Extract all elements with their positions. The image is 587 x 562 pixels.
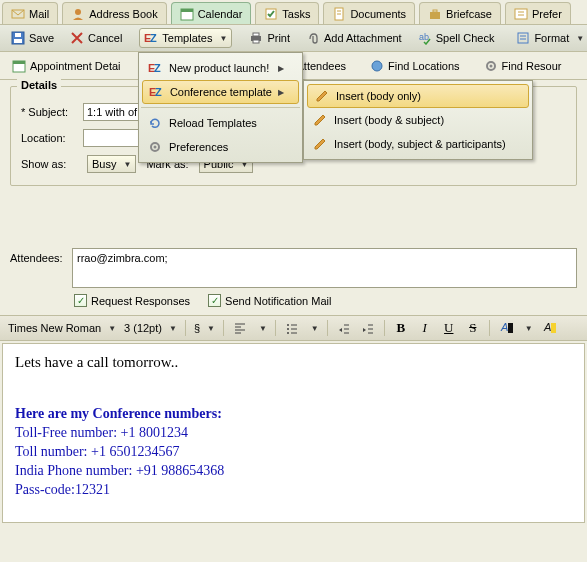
menu-label: New product launch! xyxy=(169,62,269,74)
attendees-input[interactable]: rrao@zimbra.com; xyxy=(72,248,577,288)
subject-label: * Subject: xyxy=(21,106,77,118)
bold-icon[interactable]: B xyxy=(393,320,409,336)
save-button[interactable]: Save xyxy=(6,28,59,48)
chevron-down-icon[interactable]: ▼ xyxy=(311,324,319,333)
appointment-icon xyxy=(12,59,26,73)
font-select[interactable]: Times New Roman ▼ xyxy=(8,322,116,334)
showas-select[interactable]: Busy ▼ xyxy=(87,155,136,173)
svg-rect-26 xyxy=(13,61,25,64)
tab-label: Briefcase xyxy=(446,8,492,20)
tab-find-resources[interactable]: Find Resour xyxy=(478,57,568,75)
svg-text:A: A xyxy=(500,321,508,333)
bullet-list-icon[interactable] xyxy=(284,320,300,336)
checkbox-row: ✓ Request Responses ✓ Send Notification … xyxy=(0,290,587,315)
outdent-icon[interactable] xyxy=(336,320,352,336)
select-value: Busy xyxy=(92,158,116,170)
menu-item-new-product-launch[interactable]: EZ New product launch! xyxy=(139,56,302,80)
menu-item-preferences[interactable]: Preferences xyxy=(139,135,302,159)
editor-body[interactable]: Lets have a call tomorrow.. Here are my … xyxy=(2,343,585,523)
chevron-down-icon[interactable]: ▼ xyxy=(525,324,533,333)
send-notification-checkbox[interactable]: ✓ Send Notification Mail xyxy=(208,294,331,307)
request-responses-checkbox[interactable]: ✓ Request Responses xyxy=(74,294,190,307)
menu-separator xyxy=(141,107,300,108)
print-button[interactable]: Print xyxy=(244,28,295,48)
italic-icon[interactable]: I xyxy=(417,320,433,336)
conf-line: India Phone number: +91 988654368 xyxy=(15,463,224,478)
format-button[interactable]: Format ▼ xyxy=(511,28,587,48)
svg-rect-15 xyxy=(15,33,21,37)
menu-label: Insert (body only) xyxy=(336,90,421,102)
preferences-icon xyxy=(514,7,528,21)
tab-address-book[interactable]: Address Book xyxy=(62,2,166,24)
tab-tasks[interactable]: Tasks xyxy=(255,2,319,24)
attendees-section: Attendees: rrao@zimbra.com; xyxy=(0,242,587,290)
size-select[interactable]: 3 (12pt) ▼ xyxy=(124,322,177,334)
check-icon: ✓ xyxy=(208,294,221,307)
checkbox-label: Request Responses xyxy=(91,295,190,307)
showas-label: Show as: xyxy=(21,158,77,170)
ez-icon: EZ xyxy=(144,31,158,45)
attachment-button[interactable]: Add Attachment xyxy=(301,28,407,48)
svg-rect-48 xyxy=(508,323,513,333)
separator xyxy=(223,320,224,336)
tab-label: Prefer xyxy=(532,8,562,20)
svg-rect-8 xyxy=(430,12,440,19)
person-icon xyxy=(71,7,85,21)
tab-find-locations[interactable]: Find Locations xyxy=(364,57,466,75)
templates-button[interactable]: EZ Templates ▼ xyxy=(139,28,232,48)
menu-item-conference-template[interactable]: EZ Conference template xyxy=(142,80,299,104)
svg-point-37 xyxy=(287,328,289,330)
tab-calendar[interactable]: Calendar xyxy=(171,2,252,24)
separator xyxy=(384,320,385,336)
highlight-icon[interactable]: A xyxy=(541,320,557,336)
tab-mail[interactable]: Mail xyxy=(2,2,58,24)
ez-icon: EZ xyxy=(149,84,164,100)
gear-icon xyxy=(484,59,498,73)
svg-point-1 xyxy=(75,9,81,15)
menu-label: Insert (body, subject & participants) xyxy=(334,138,506,150)
menu-item-insert-body[interactable]: Insert (body only) xyxy=(307,84,529,108)
tab-label: Find Resour xyxy=(502,60,562,72)
print-icon xyxy=(249,31,263,45)
svg-rect-20 xyxy=(253,40,259,43)
tab-documents[interactable]: Documents xyxy=(323,2,415,24)
tab-appointment-details[interactable]: Appointment Detai xyxy=(6,57,127,75)
strike-icon[interactable]: S xyxy=(465,320,481,336)
button-label: Spell Check xyxy=(436,32,495,44)
ez-icon: EZ xyxy=(147,60,163,76)
spellcheck-button[interactable]: ab Spell Check xyxy=(413,28,500,48)
chevron-down-icon[interactable]: ▼ xyxy=(259,324,267,333)
indent-icon[interactable] xyxy=(360,320,376,336)
format-icon xyxy=(516,31,530,45)
separator xyxy=(185,320,186,336)
chevron-down-icon: ▼ xyxy=(123,160,131,169)
button-label: Format xyxy=(534,32,569,44)
menu-item-reload-templates[interactable]: Reload Templates xyxy=(139,111,302,135)
font-color-icon[interactable]: A xyxy=(498,320,514,336)
gear-icon xyxy=(147,139,163,155)
align-left-icon[interactable] xyxy=(232,320,248,336)
insert-submenu: Insert (body only) Insert (body & subjec… xyxy=(303,80,533,160)
tab-label: Appointment Detai xyxy=(30,60,121,72)
svg-rect-19 xyxy=(253,33,259,36)
tasks-icon xyxy=(264,7,278,21)
menu-item-insert-body-subject-participants[interactable]: Insert (body, subject & participants) xyxy=(304,132,532,156)
reload-icon xyxy=(147,115,163,131)
cancel-button[interactable]: Cancel xyxy=(65,28,127,48)
menu-item-insert-body-subject[interactable]: Insert (body & subject) xyxy=(304,108,532,132)
svg-point-39 xyxy=(287,332,289,334)
templates-menu: EZ New product launch! EZ Conference tem… xyxy=(138,52,303,163)
button-label: Save xyxy=(29,32,54,44)
underline-icon[interactable]: U xyxy=(441,320,457,336)
tab-preferences[interactable]: Prefer xyxy=(505,2,571,24)
button-label: Templates xyxy=(162,32,212,44)
button-label: Print xyxy=(267,32,290,44)
svg-rect-50 xyxy=(551,323,556,333)
tab-briefcase[interactable]: Briefcase xyxy=(419,2,501,24)
location-label: Location: xyxy=(21,132,77,144)
conf-line: Toll number: +1 6501234567 xyxy=(15,444,179,459)
paragraph-select[interactable]: § ▼ xyxy=(194,322,215,334)
svg-rect-10 xyxy=(515,9,527,19)
tab-label: Calendar xyxy=(198,8,243,20)
chevron-down-icon: ▼ xyxy=(576,34,584,43)
